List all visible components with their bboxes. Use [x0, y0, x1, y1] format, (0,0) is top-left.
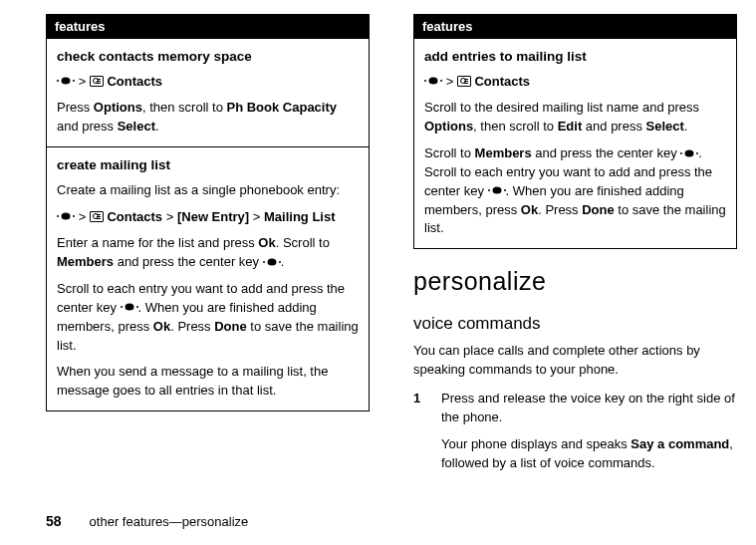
- step-1: 1 Press and release the voice key on the…: [413, 390, 737, 472]
- center-key-icon: [680, 148, 698, 158]
- right-column: features add entries to mailing list > C…: [413, 14, 737, 513]
- instruction-text: Scroll to Members and press the center k…: [424, 144, 726, 238]
- step-sub: Your phone displays and speaks Say a com…: [441, 435, 737, 473]
- features-table-right: features add entries to mailing list > C…: [413, 14, 737, 249]
- row-title: check contacts memory space: [57, 47, 359, 67]
- features-table-left: features check contacts memory space > C…: [46, 14, 370, 411]
- page-footer: 58 other features—personalize: [0, 513, 756, 545]
- center-key-icon: [488, 185, 506, 195]
- page-number: 58: [46, 513, 62, 529]
- intro-text: Create a mailing list as a single phoneb…: [57, 181, 359, 200]
- subsection-heading: voice commands: [413, 314, 737, 334]
- center-key-icon: [57, 211, 75, 221]
- left-column: features check contacts memory space > C…: [46, 14, 370, 513]
- nav-path: > Contacts > [New Entry] > Mailing List: [57, 208, 359, 227]
- row-add-entries-mailing-list: add entries to mailing list > Contacts S…: [414, 38, 736, 248]
- contacts-icon: [90, 211, 104, 222]
- contacts-icon: [457, 76, 471, 87]
- nav-path: > Contacts: [424, 73, 726, 92]
- center-key-icon: [424, 76, 442, 86]
- table-header: features: [47, 15, 369, 38]
- row-create-mailing-list: create mailing list Create a mailing lis…: [47, 146, 369, 410]
- row-check-contacts-memory: check contacts memory space > Contacts P…: [47, 38, 369, 146]
- instruction-text: Scroll to the desired mailing list name …: [424, 99, 726, 136]
- row-title: add entries to mailing list: [424, 47, 726, 67]
- table-header: features: [414, 15, 736, 38]
- instruction-text: Press Options, then scroll to Ph Book Ca…: [57, 99, 359, 136]
- center-key-icon: [57, 76, 75, 86]
- instruction-text: When you send a message to a mailing lis…: [57, 363, 359, 401]
- step-body: Press and release the voice key on the r…: [441, 390, 737, 472]
- instruction-text: Scroll to each entry you want to add and…: [57, 280, 359, 355]
- step-number: 1: [413, 390, 441, 472]
- section-heading: personalize: [413, 267, 737, 296]
- nav-path: > Contacts: [57, 73, 359, 92]
- instruction-text: Enter a name for the list and press Ok. …: [57, 234, 359, 272]
- footer-text: other features—personalize: [90, 514, 249, 529]
- intro-text: You can place calls and complete other a…: [413, 342, 737, 380]
- contacts-icon: [90, 76, 104, 87]
- center-key-icon: [263, 257, 281, 267]
- row-title: create mailing list: [57, 155, 359, 175]
- center-key-icon: [121, 302, 138, 312]
